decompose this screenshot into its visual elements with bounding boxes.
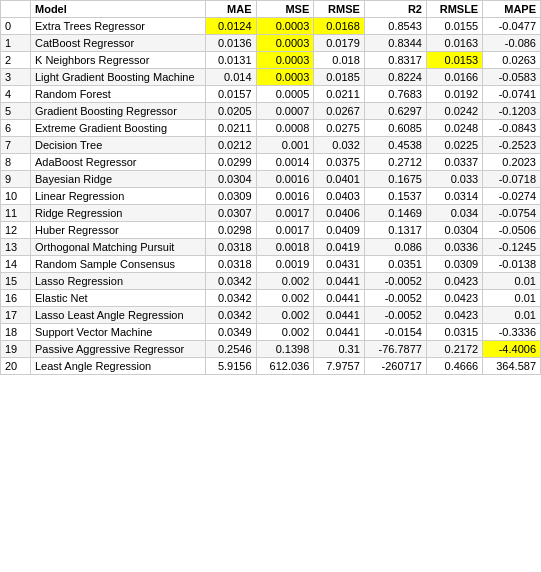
rmsle-value: 0.0315 bbox=[426, 324, 482, 341]
mape-value: -0.0741 bbox=[483, 86, 541, 103]
table-row: 5Gradient Boosting Regressor0.02050.0007… bbox=[1, 103, 541, 120]
model-name: Lasso Regression bbox=[31, 273, 206, 290]
mae-value: 5.9156 bbox=[206, 358, 257, 375]
rmse-value: 7.9757 bbox=[314, 358, 365, 375]
model-name: AdaBoost Regressor bbox=[31, 154, 206, 171]
mae-value: 0.0299 bbox=[206, 154, 257, 171]
table-row: 4Random Forest0.01570.00050.02110.76830.… bbox=[1, 86, 541, 103]
model-name: Decision Tree bbox=[31, 137, 206, 154]
rmsle-value: 0.0309 bbox=[426, 256, 482, 273]
model-name: Extra Trees Regressor bbox=[31, 18, 206, 35]
mse-value: 0.001 bbox=[256, 137, 314, 154]
mape-value: -0.086 bbox=[483, 35, 541, 52]
regression-table: ModelMAEMSERMSER2RMSLEMAPE 0Extra Trees … bbox=[0, 0, 541, 375]
table-row: 9Bayesian Ridge0.03040.00160.04010.16750… bbox=[1, 171, 541, 188]
rmsle-value: 0.0336 bbox=[426, 239, 482, 256]
model-name: Linear Regression bbox=[31, 188, 206, 205]
mae-value: 0.0304 bbox=[206, 171, 257, 188]
mse-value: 0.0003 bbox=[256, 35, 314, 52]
mape-value: -0.0583 bbox=[483, 69, 541, 86]
rmse-value: 0.0431 bbox=[314, 256, 365, 273]
row-index: 16 bbox=[1, 290, 31, 307]
rmse-value: 0.0403 bbox=[314, 188, 365, 205]
mse-value: 0.0018 bbox=[256, 239, 314, 256]
mse-value: 0.0003 bbox=[256, 69, 314, 86]
mape-value: -0.0477 bbox=[483, 18, 541, 35]
row-index: 17 bbox=[1, 307, 31, 324]
column-header-rmse: RMSE bbox=[314, 1, 365, 18]
rmsle-value: 0.0423 bbox=[426, 290, 482, 307]
rmsle-value: 0.0248 bbox=[426, 120, 482, 137]
model-name: Random Sample Consensus bbox=[31, 256, 206, 273]
model-name: Least Angle Regression bbox=[31, 358, 206, 375]
mape-value: 0.01 bbox=[483, 273, 541, 290]
mse-value: 0.0014 bbox=[256, 154, 314, 171]
r2-value: 0.2712 bbox=[364, 154, 426, 171]
r2-value: 0.1469 bbox=[364, 205, 426, 222]
mae-value: 0.2546 bbox=[206, 341, 257, 358]
mse-value: 0.002 bbox=[256, 307, 314, 324]
table-row: 12Huber Regressor0.02980.00170.04090.131… bbox=[1, 222, 541, 239]
r2-value: 0.4538 bbox=[364, 137, 426, 154]
r2-value: 0.0351 bbox=[364, 256, 426, 273]
row-index: 13 bbox=[1, 239, 31, 256]
rmse-value: 0.0275 bbox=[314, 120, 365, 137]
rmsle-value: 0.0242 bbox=[426, 103, 482, 120]
mae-value: 0.0307 bbox=[206, 205, 257, 222]
rmse-value: 0.0401 bbox=[314, 171, 365, 188]
table-row: 10Linear Regression0.03090.00160.04030.1… bbox=[1, 188, 541, 205]
model-name: Support Vector Machine bbox=[31, 324, 206, 341]
mse-value: 0.0003 bbox=[256, 52, 314, 69]
model-name: Extreme Gradient Boosting bbox=[31, 120, 206, 137]
r2-value: -0.0052 bbox=[364, 307, 426, 324]
table-row: 0Extra Trees Regressor0.01240.00030.0168… bbox=[1, 18, 541, 35]
table-row: 8AdaBoost Regressor0.02990.00140.03750.2… bbox=[1, 154, 541, 171]
rmse-value: 0.032 bbox=[314, 137, 365, 154]
rmse-value: 0.018 bbox=[314, 52, 365, 69]
table-row: 17Lasso Least Angle Regression0.03420.00… bbox=[1, 307, 541, 324]
mae-value: 0.0309 bbox=[206, 188, 257, 205]
model-name: CatBoost Regressor bbox=[31, 35, 206, 52]
r2-value: 0.8224 bbox=[364, 69, 426, 86]
rmse-value: 0.0441 bbox=[314, 307, 365, 324]
mape-value: -0.0754 bbox=[483, 205, 541, 222]
rmsle-value: 0.4666 bbox=[426, 358, 482, 375]
mae-value: 0.0342 bbox=[206, 273, 257, 290]
rmsle-value: 0.033 bbox=[426, 171, 482, 188]
r2-value: 0.1537 bbox=[364, 188, 426, 205]
rmsle-value: 0.0314 bbox=[426, 188, 482, 205]
mape-value: -0.0718 bbox=[483, 171, 541, 188]
mae-value: 0.0124 bbox=[206, 18, 257, 35]
rmsle-value: 0.034 bbox=[426, 205, 482, 222]
rmse-value: 0.0211 bbox=[314, 86, 365, 103]
row-index: 2 bbox=[1, 52, 31, 69]
table-row: 11Ridge Regression0.03070.00170.04060.14… bbox=[1, 205, 541, 222]
column-header-model: Model bbox=[31, 1, 206, 18]
row-index: 3 bbox=[1, 69, 31, 86]
model-name: Elastic Net bbox=[31, 290, 206, 307]
mae-value: 0.0157 bbox=[206, 86, 257, 103]
rmsle-value: 0.0337 bbox=[426, 154, 482, 171]
mse-value: 0.1398 bbox=[256, 341, 314, 358]
mse-value: 0.002 bbox=[256, 273, 314, 290]
table-row: 2K Neighbors Regressor0.01310.00030.0180… bbox=[1, 52, 541, 69]
rmse-value: 0.0441 bbox=[314, 273, 365, 290]
mae-value: 0.0342 bbox=[206, 307, 257, 324]
model-name: Passive Aggressive Regressor bbox=[31, 341, 206, 358]
mse-value: 0.0007 bbox=[256, 103, 314, 120]
mape-value: -0.0506 bbox=[483, 222, 541, 239]
mae-value: 0.0136 bbox=[206, 35, 257, 52]
r2-value: 0.1675 bbox=[364, 171, 426, 188]
column-header-mape: MAPE bbox=[483, 1, 541, 18]
table-row: 20Least Angle Regression5.9156612.0367.9… bbox=[1, 358, 541, 375]
rmse-value: 0.0375 bbox=[314, 154, 365, 171]
r2-value: 0.086 bbox=[364, 239, 426, 256]
mse-value: 0.002 bbox=[256, 324, 314, 341]
model-name: Gradient Boosting Regressor bbox=[31, 103, 206, 120]
mse-value: 0.0017 bbox=[256, 222, 314, 239]
mae-value: 0.0318 bbox=[206, 256, 257, 273]
mse-value: 0.0016 bbox=[256, 171, 314, 188]
mse-value: 612.036 bbox=[256, 358, 314, 375]
row-index: 18 bbox=[1, 324, 31, 341]
rmse-value: 0.0267 bbox=[314, 103, 365, 120]
